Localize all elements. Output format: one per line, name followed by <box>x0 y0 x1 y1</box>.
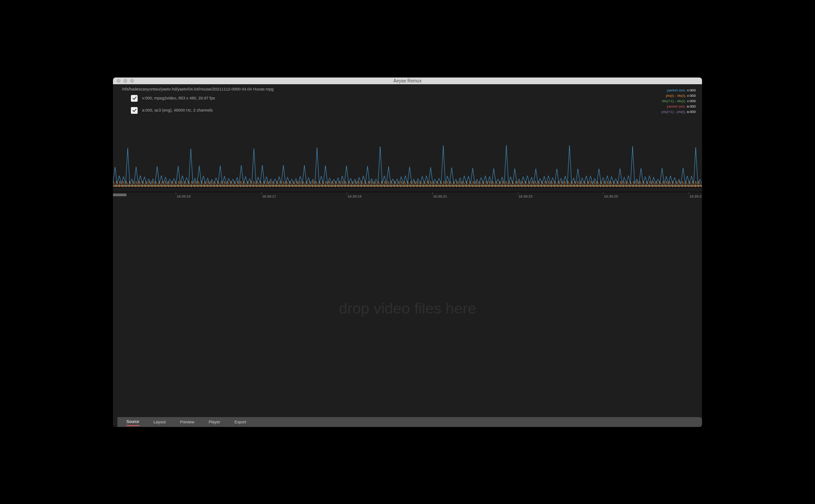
app-window: Aeyae Remux /nfs/hadescanyontwo/yaetv-hd… <box>113 78 702 427</box>
time-ruler[interactable]: 16:39:1516:39:1716:39:1916:39:2116:39:23… <box>113 192 702 200</box>
window-title: Aeyae Remux <box>113 78 702 83</box>
ruler-tick <box>176 192 176 194</box>
ruler-tick-label: 16:39:21 <box>433 194 447 198</box>
ruler-tick-label: 16:39:25 <box>604 194 618 198</box>
tab-preview[interactable]: Preview <box>180 418 195 426</box>
stream-label-audio: a:000, ac3 (eng), 48000 Hz, 2 channels <box>142 108 213 112</box>
stream-row-audio: a:000, ac3 (eng), 48000 Hz, 2 channels <box>131 107 215 114</box>
titlebar[interactable]: Aeyae Remux <box>113 78 702 84</box>
stream-row-video: v:000, mpeg2video, 853 x 480, 29.97 fps <box>131 95 215 102</box>
stream-label-video: v:000, mpeg2video, 853 x 480, 29.97 fps <box>142 96 215 100</box>
ruler-tick <box>261 192 262 194</box>
content-area: /nfs/hadescanyontwo/yaetv-hd/yaetv/04.04… <box>113 84 702 427</box>
stream-list: v:000, mpeg2video, 853 x 480, 29.97 fps … <box>131 95 215 119</box>
timeline-chart[interactable] <box>113 134 702 192</box>
stream-checkbox-audio[interactable] <box>131 107 138 114</box>
ruler-tick <box>603 192 603 194</box>
legend-item-5: pts(i+1) - pts(i), <box>662 110 687 114</box>
tab-layout[interactable]: Layout <box>154 418 166 426</box>
legend-item-3: dts(i+1) - dts(i), <box>662 99 687 103</box>
tab-export[interactable]: Export <box>234 418 246 426</box>
upper-panel: /nfs/hadescanyontwo/yaetv-hd/yaetv/04.04… <box>113 84 702 192</box>
chart-legend: packet size, v:000 pts(i) - dts(i), v:00… <box>662 88 696 115</box>
ruler-tick <box>689 192 689 194</box>
tab-player[interactable]: Player <box>209 418 221 426</box>
bottom-tabbar: Source Layout Preview Player Export <box>117 417 702 427</box>
drop-zone[interactable]: drop video files here <box>113 200 702 417</box>
ruler-tick <box>347 192 347 194</box>
legend-item-2: pts(i) - dts(i), <box>666 94 687 98</box>
ruler-tick-label: 16:39:17 <box>262 194 276 198</box>
ruler-tick <box>518 192 518 194</box>
legend-item-4: packet size, <box>667 104 687 108</box>
stream-checkbox-video[interactable] <box>131 95 138 102</box>
ruler-tick <box>432 192 433 194</box>
ruler-tick-label: 16:39:19 <box>347 194 361 198</box>
ruler-tick-label: 16:39:27 <box>689 194 702 198</box>
drop-zone-label: drop video files here <box>339 300 476 317</box>
tab-source[interactable]: Source <box>126 418 139 426</box>
time-ruler-thumb[interactable] <box>113 194 126 196</box>
ruler-tick-label: 16:39:15 <box>177 194 191 198</box>
file-path: /nfs/hadescanyontwo/yaetv-hd/yaetv/04.04… <box>122 87 273 91</box>
legend-item-1: packet size, <box>667 88 687 92</box>
ruler-tick-label: 16:39:23 <box>519 194 533 198</box>
